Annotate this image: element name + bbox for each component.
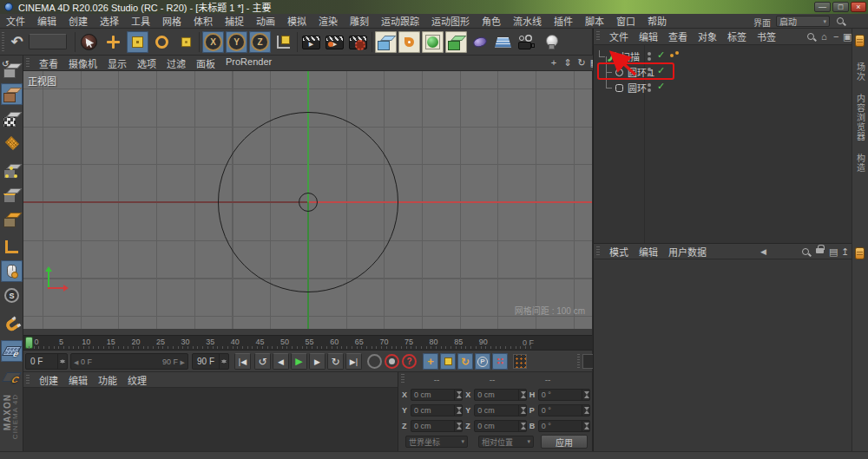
material-menu-2[interactable]: 功能 [93, 373, 122, 387]
end-frame-field[interactable]: 90 F [192, 353, 229, 370]
rotate-tool-button[interactable] [151, 31, 173, 53]
record-keyframe-button[interactable] [385, 354, 399, 369]
attribute-manager[interactable] [593, 259, 852, 451]
viewport-menu-0[interactable]: 查看 [34, 56, 63, 70]
last-tool-button[interactable] [175, 31, 197, 53]
current-frame-field[interactable]: 0 F [25, 353, 68, 370]
keyframe-selection-button[interactable]: S [1, 285, 23, 306]
coord-input-3[interactable]: 0 cm [411, 404, 463, 416]
lock-y-axis-button[interactable]: Y [226, 31, 247, 53]
timeline-ruler[interactable]: 051015202530354045505560657075808590 0 F [23, 335, 593, 350]
menubar-item-9[interactable]: 模拟 [281, 14, 312, 28]
apply-button[interactable]: 应用 [541, 435, 588, 449]
material-menu-1[interactable]: 编辑 [63, 373, 93, 387]
object-manager-menu-4[interactable]: 标签 [722, 30, 752, 43]
minimize-panel-icon[interactable]: − [833, 31, 838, 42]
texture-mode-button[interactable] [1, 108, 23, 129]
next-frame-button[interactable]: ▶ [309, 353, 326, 370]
panel-grip[interactable] [596, 31, 600, 42]
object-manager-menu-1[interactable]: 编辑 [634, 30, 663, 43]
panel-grip[interactable] [577, 354, 580, 370]
panel-grip[interactable] [26, 375, 30, 385]
am-search-icon[interactable] [802, 248, 809, 255]
small-circle-spline[interactable] [299, 193, 318, 212]
menubar-item-18[interactable]: 窗口 [610, 14, 641, 28]
viewport-menu-4[interactable]: 过滤 [161, 56, 191, 70]
panel-grip[interactable] [401, 374, 404, 384]
viewport[interactable]: 正视图 网格间距 : 100 cm [23, 71, 593, 329]
spinner-icon[interactable] [582, 390, 589, 400]
rotation-column-header[interactable]: -- [520, 375, 575, 384]
close-button[interactable]: × [851, 2, 866, 12]
lock-icon[interactable] [816, 248, 824, 253]
coord-input-0[interactable]: 0 cm [411, 389, 463, 401]
camera-button[interactable] [516, 31, 537, 53]
move-tool-button[interactable] [102, 31, 124, 53]
record-pla-toggle[interactable]: ∷ [492, 353, 508, 370]
viewport-zoom-icon[interactable]: ⇕ [562, 57, 574, 69]
previous-key-button[interactable]: ↺ [254, 353, 271, 370]
lock-x-axis-button[interactable]: X [202, 31, 224, 53]
viewport-menu-5[interactable]: 面板 [191, 56, 220, 70]
subdivision-surface-button[interactable] [422, 31, 444, 53]
menubar-item-13[interactable]: 运动图形 [425, 14, 476, 28]
spinner-icon[interactable] [518, 390, 526, 400]
spinner-icon[interactable] [518, 405, 526, 416]
coord-input-7[interactable]: 0 cm [474, 420, 526, 432]
om-search-icon[interactable] [807, 33, 814, 40]
object-manager-menu-2[interactable]: 查看 [663, 30, 693, 43]
record-parameter-toggle[interactable]: P [475, 353, 490, 370]
edges-mode-button[interactable] [1, 184, 23, 206]
generators-button[interactable] [445, 31, 467, 53]
spline-pen-button[interactable] [398, 31, 420, 53]
right-dock-tab-0[interactable]: 场次 [854, 62, 867, 82]
record-position-toggle[interactable]: + [423, 353, 438, 370]
object-manager-menu-3[interactable]: 对象 [693, 30, 722, 43]
workplane-center-button[interactable]: C [1, 366, 23, 388]
layers-tab-icon[interactable] [855, 35, 865, 47]
spinner-icon[interactable] [454, 421, 462, 431]
object-name[interactable]: 圆环 [628, 81, 647, 95]
panel-grip[interactable] [596, 246, 600, 257]
material-menu-0[interactable]: 创建 [34, 373, 63, 387]
previous-frame-button[interactable]: ◀ [273, 353, 289, 370]
menubar-item-16[interactable]: 插件 [548, 14, 579, 28]
slider-left-arrow-icon[interactable]: ◀ [74, 359, 78, 365]
viewport-solo-button[interactable] [1, 260, 23, 282]
spinner-icon[interactable] [57, 354, 65, 369]
snap-button[interactable] [1, 314, 23, 336]
object-row-circle[interactable]: 圆环 ✓ [594, 80, 852, 95]
render-settings-button[interactable]: ▶ [347, 31, 369, 53]
render-picture-viewer-button[interactable]: ▶ [324, 31, 345, 53]
workplane-snap-button[interactable]: e [1, 340, 23, 362]
scale-tool-button[interactable] [127, 31, 148, 53]
spinner-icon[interactable] [518, 421, 526, 431]
spinner-icon[interactable] [219, 354, 227, 369]
redo-button[interactable] [29, 34, 67, 49]
coord-input-8[interactable]: 0 ° [538, 420, 590, 432]
menubar-item-11[interactable]: 雕刻 [344, 14, 375, 28]
go-to-start-button[interactable]: |◀ [234, 353, 251, 370]
grid-view-icon[interactable]: ▤ [829, 246, 838, 257]
coord-input-5[interactable]: 0 ° [538, 404, 590, 416]
attribute-manager-menu-2[interactable]: 用户数据 [663, 245, 712, 259]
coord-input-4[interactable]: 0 cm [474, 404, 526, 416]
points-mode-button[interactable] [1, 160, 23, 181]
spinner-icon[interactable] [582, 421, 589, 431]
tag-dots-icon[interactable] [670, 54, 674, 57]
menubar-item-10[interactable]: 渲染 [312, 14, 344, 28]
floor-button[interactable] [492, 31, 514, 53]
position-column-header[interactable]: -- [409, 375, 464, 384]
record-disabled-button[interactable] [367, 354, 382, 369]
viewport-menu-3[interactable]: 选项 [132, 56, 161, 70]
toolbar-grip[interactable] [2, 32, 4, 52]
make-editable-button[interactable]: ↺ [1, 59, 23, 81]
menubar-item-19[interactable]: 帮助 [641, 14, 673, 28]
viewport-menu-1[interactable]: 摄像机 [63, 56, 102, 70]
menubar-item-5[interactable]: 网格 [156, 14, 187, 28]
minimize-button[interactable]: — [814, 2, 831, 12]
size-column-header[interactable]: -- [464, 375, 520, 384]
enabled-checkmark-icon[interactable]: ✓ [657, 81, 665, 92]
expand-up-icon[interactable]: ↥ [841, 246, 849, 257]
command-search-icon[interactable] [837, 17, 844, 24]
